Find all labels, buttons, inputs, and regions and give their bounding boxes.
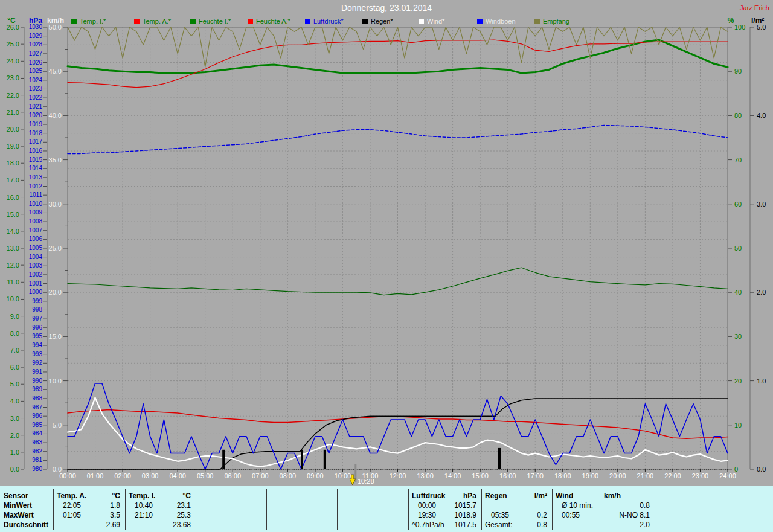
hpa-axis-tick-label: 1027 [25,51,42,57]
hpa-axis-tick-label: 1011 [25,192,42,198]
temp-axis-tick-label: 17.0 [0,177,19,184]
rain-bar [324,450,326,469]
table-row-header: Sensor [4,492,28,499]
hpa-axis-tick-label: 994 [25,342,42,348]
temp-axis-tick-label: 2.0 [0,432,19,439]
hpa-axis-tick-label: 1003 [25,263,42,269]
temp-axis-tick-label: 0.0 [0,466,19,473]
table-avg-value: 0.8 [505,521,547,528]
table-min-time: Ø 10 min. [562,502,593,509]
temp-axis-tick-label: 8.0 [0,330,19,337]
hpa-axis-tick-label: 1028 [25,42,42,48]
temp-axis-tick-label: 15.0 [0,211,19,218]
pct-axis-tick-label: 90 [734,68,752,75]
kmh-axis-tick-label: 10.0 [45,378,62,385]
hpa-axis-tick-label: 981 [25,457,42,463]
x-axis-tick-label: 09:00 [303,473,328,479]
temp-axis-tick-label: 14.0 [0,228,19,235]
hpa-axis-tick-label: 1021 [25,104,42,110]
pct-axis-tick-label: 10 [734,422,752,429]
rain-bar [301,450,303,469]
table-column-divider [481,489,482,530]
temp-axis-tick-label: 3.0 [0,415,19,422]
hpa-axis-tick-label: 992 [25,360,42,366]
temp-axis-tick-label: 7.0 [0,347,19,354]
chart-plot-area[interactable] [0,0,773,532]
lm2-axis-tick-label: 0.0 [757,466,773,473]
x-axis-tick-label: 06:00 [220,473,245,479]
x-axis-tick-label: 19:00 [577,473,603,479]
kmh-axis-tick-label: 20.0 [45,289,62,296]
table-avg-value: 1017.5 [434,521,476,528]
temp-axis-tick-label: 18.0 [0,160,19,167]
table-min-value: 0.8 [608,502,650,509]
table-avg-value: 23.68 [149,521,191,528]
hpa-axis-tick-label: 980 [25,466,42,472]
temp-axis-tick-label: 6.0 [0,364,19,371]
hpa-axis-tick-label: 1020 [25,112,42,118]
temp-axis-tick-label: 4.0 [0,398,19,405]
pct-axis-tick-label: 70 [734,157,752,164]
hpa-axis-tick-label: 1005 [25,245,42,251]
lm2-axis-tick-label: 5.0 [757,24,773,31]
table-min-value: 23.1 [149,502,191,509]
table-max-value: N-NO 8.1 [608,511,650,519]
kmh-axis-tick-label: 50.0 [45,24,62,31]
hpa-axis-tick-label: 984 [25,431,42,437]
hpa-axis-tick-label: 1029 [25,33,42,39]
x-axis-tick-label: 04:00 [165,473,190,479]
pct-axis-tick-label: 100 [734,24,752,31]
hpa-axis-tick-label: 982 [25,449,42,455]
hpa-axis-tick-label: 996 [25,325,42,331]
temp-axis-tick-label: 25.0 [0,41,19,48]
table-col-name: Wind [556,492,573,499]
lm2-axis-tick-label: 4.0 [757,112,773,119]
hpa-axis-tick-label: 988 [25,396,42,402]
table-column-divider [337,489,338,530]
kmh-axis-tick-label: 45.0 [45,68,62,75]
hpa-axis-tick-label: 1015 [25,157,42,163]
hpa-axis-tick-label: 1025 [25,68,42,74]
hpa-axis-tick-label: 986 [25,413,42,419]
hpa-axis-tick-label: 1000 [25,289,42,295]
table-max-value: 25.3 [149,511,191,519]
x-axis-tick-label: 23:00 [687,473,713,479]
temp-axis-tick-label: 16.0 [0,194,19,201]
temp-axis-tick-label: 24.0 [0,58,19,65]
temp-axis-tick-label: 22.0 [0,92,19,99]
table-col-unit: hPa [434,492,476,499]
table-col-unit: °C [78,492,120,499]
hpa-axis-tick-label: 1030 [25,24,42,30]
table-row-header: MaxWert [4,511,34,519]
x-axis-tick-label: 20:00 [605,473,630,479]
x-axis-tick-label: 14:00 [440,473,466,479]
table-max-time: 19:30 [418,511,436,519]
table-avg-value: 2.69 [78,521,120,528]
table-column-divider [552,489,553,530]
x-axis-tick-label: 01:00 [83,473,108,479]
hpa-axis-tick-label: 999 [25,298,42,304]
table-column-divider [196,489,196,530]
rain-bar [222,450,225,469]
pct-axis-tick-label: 40 [734,289,752,296]
x-axis-tick-label: 07:00 [248,473,273,479]
table-min-value: 1.8 [78,502,120,509]
table-column-divider [408,489,409,530]
temp-axis-tick-label: 11.0 [0,279,19,286]
hpa-axis-tick-label: 1010 [25,201,42,207]
lm2-axis-tick-label: 1.0 [757,378,773,385]
hpa-axis-tick-label: 991 [25,369,42,375]
x-axis-tick-label: 24:00 [715,473,740,479]
hpa-axis-tick-label: 998 [25,307,42,313]
hpa-axis-tick-label: 1007 [25,228,42,234]
pct-axis-tick-label: 80 [734,112,752,119]
table-row-header: Durchschnitt [4,521,48,528]
table-row-header: MinWert [4,502,32,509]
table-column-divider [53,489,54,530]
x-axis-tick-label: 05:00 [193,473,218,479]
hpa-axis-tick-label: 983 [25,440,42,446]
stats-table: SensorMinWertMaxWertDurchschnittTemp. A.… [0,486,773,532]
x-axis-tick-label: 08:00 [275,473,300,479]
pct-axis-tick-label: 30 [734,333,752,340]
x-axis-tick-label: 18:00 [550,473,576,479]
